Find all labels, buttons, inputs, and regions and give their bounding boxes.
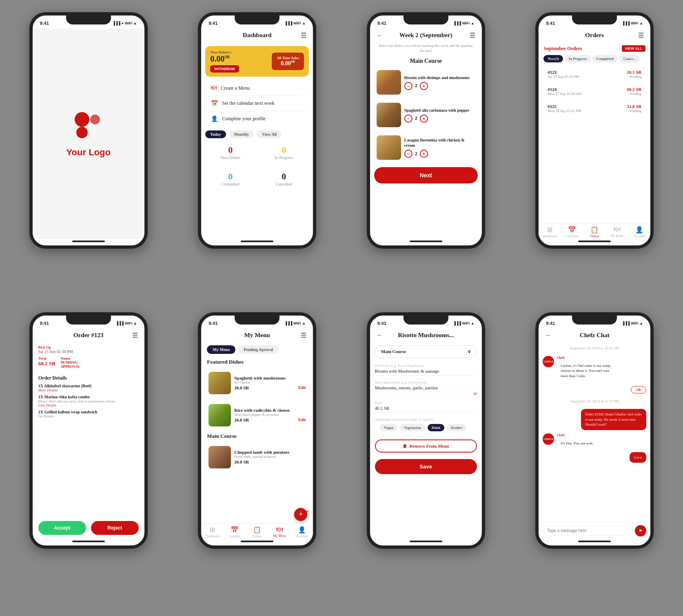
status-time: 9:41 bbox=[377, 21, 386, 26]
tag-kosher[interactable]: Kosher bbox=[447, 424, 466, 431]
menu-icon[interactable]: ☰ bbox=[301, 331, 306, 339]
price-value[interactable]: 40.2 SR bbox=[375, 406, 477, 413]
dish-carbonara-image bbox=[377, 103, 401, 127]
decrement-lasagna[interactable]: − bbox=[404, 150, 412, 158]
arrow-icon: › bbox=[302, 86, 303, 91]
next-button[interactable]: Next bbox=[374, 167, 478, 183]
remove-from-menu-button[interactable]: 🗑 Remove From Menu bbox=[375, 439, 477, 453]
phone-my-menu: 9:41 ▐▐▐ WiFi ▲ My Menu ☰ My Menu Pendin… bbox=[198, 312, 316, 549]
nav-my-menu[interactable]: 🍽 My Menu bbox=[268, 526, 291, 538]
spaghetti-edit[interactable]: Edit bbox=[298, 385, 306, 390]
tab-cancelled[interactable]: Cance... bbox=[619, 55, 640, 62]
category-dropdown[interactable]: Main Course ∨ bbox=[375, 345, 477, 358]
item-2-less[interactable]: Less Details bbox=[38, 403, 139, 407]
ok-button[interactable]: Ok bbox=[631, 386, 646, 393]
increment-lasagna[interactable]: + bbox=[420, 150, 428, 158]
balance-card: Your Balance 0.00SR WITHDRAW All Time Sa… bbox=[205, 46, 309, 77]
orders-nav-label: Orders bbox=[590, 234, 599, 238]
tab-monthly[interactable]: Monthly bbox=[229, 130, 254, 138]
ingredients-value[interactable]: Mushrooms, onions, garlic, parsley bbox=[375, 385, 477, 392]
tab-pending-approval[interactable]: Pending Aproval bbox=[238, 345, 279, 354]
menu-icon[interactable]: ☰ bbox=[638, 31, 644, 39]
my-menu-icon: 🍽 bbox=[276, 526, 283, 533]
back-icon[interactable]: ← bbox=[377, 32, 383, 39]
reject-button[interactable]: Reject bbox=[91, 521, 139, 535]
decrement-risotto[interactable]: − bbox=[404, 82, 412, 90]
calendar-menu-item[interactable]: 📅 Set the calendar next week › bbox=[205, 96, 309, 111]
dish-risotto: Risotto with shrimps and mushrooms − 2 + bbox=[374, 68, 478, 97]
lamb-image bbox=[208, 446, 231, 468]
nav-orders[interactable]: 📋 Orders bbox=[246, 526, 268, 538]
dish-title-group: Dish Title (e.g. Pizza Margherita) Risot… bbox=[375, 364, 477, 375]
chat-input[interactable] bbox=[543, 525, 632, 536]
tag-vegan[interactable]: Vegan bbox=[380, 424, 398, 431]
status-item: Status PENDINGAPPROVAL bbox=[60, 356, 80, 369]
decrement-carbonara[interactable]: − bbox=[404, 115, 412, 123]
nav-account[interactable]: 👤 Account bbox=[290, 526, 313, 538]
dashboard-icon: ⊞ bbox=[210, 526, 215, 534]
tab-today[interactable]: Today bbox=[205, 130, 226, 138]
nav-dashboard[interactable]: ⊞ Dashboard bbox=[539, 226, 561, 238]
chefz-msg-1: CHEFZ Chefz Carline, if Chef order is no… bbox=[543, 356, 646, 382]
nav-calendar[interactable]: 📅 Calendar bbox=[224, 526, 246, 538]
lamb-price: 26.0 SR bbox=[234, 459, 249, 464]
tab-in-progress[interactable]: In Progress bbox=[565, 55, 591, 62]
menu-icon[interactable]: ☰ bbox=[470, 31, 475, 39]
spaghetti-image bbox=[208, 372, 231, 394]
accept-button[interactable]: Accept bbox=[38, 521, 86, 535]
order-125[interactable]: #125 Mon 28 Sep 05:45 PM 33.8 SR Pending bbox=[543, 101, 646, 116]
balance-left: Your Balance 0.00SR WITHDRAW bbox=[210, 50, 239, 73]
order-125-left: #125 Mon 28 Sep 05:45 PM bbox=[548, 104, 581, 113]
increment-risotto[interactable]: + bbox=[420, 82, 428, 90]
add-new-button[interactable]: + bbox=[294, 508, 307, 521]
in-progress-label: In Progress bbox=[263, 155, 305, 160]
order-123[interactable]: #123 Sat 25 Sep 02:30 PM 20.5 SR Pending bbox=[543, 66, 646, 82]
profile-menu-item[interactable]: 👤 Complete your profile › bbox=[205, 111, 309, 126]
withdraw-button[interactable]: WITHDRAW bbox=[210, 65, 239, 73]
stat-in-progress: 0 In Progress bbox=[259, 141, 309, 164]
send-button[interactable]: ➤ bbox=[635, 525, 646, 537]
home-indicator bbox=[241, 541, 273, 542]
total-label: Total bbox=[38, 356, 56, 360]
tab-completed[interactable]: Completed bbox=[592, 55, 618, 62]
menu-icon[interactable]: ☰ bbox=[132, 331, 138, 339]
nav-orders[interactable]: 📋 Orders bbox=[583, 226, 606, 238]
item-2-note: Please don't add any spicy and no parman… bbox=[38, 399, 139, 403]
rice-edit[interactable]: Edit bbox=[298, 417, 306, 422]
detail-item-2: 1X Marina chkn kofta combo Please don't … bbox=[38, 395, 139, 407]
back-icon[interactable]: ← bbox=[545, 331, 552, 339]
items-nav-label: My Items bbox=[611, 234, 623, 238]
phone-order-detail: 9:41 ▐▐▐ WiFi ▲ Order #123 ☰ Pick Up Sat… bbox=[29, 312, 148, 549]
dish-lasagna-name: Lasagna fiorentina with chicken & cream bbox=[404, 137, 475, 148]
logo-graphic bbox=[72, 110, 105, 142]
stat-new-orders: 0 New Orders bbox=[205, 141, 255, 164]
tag-vegetarian[interactable]: Vegetarian bbox=[400, 424, 425, 431]
tab-my-menu[interactable]: My Menu bbox=[207, 345, 235, 354]
home-indicator bbox=[578, 541, 611, 542]
my-menu-header: My Menu ☰ bbox=[201, 329, 313, 342]
tab-view-all[interactable]: View All bbox=[257, 130, 282, 138]
chefz-bubble-2: It's fine. You can wait. bbox=[557, 438, 597, 449]
save-button[interactable]: Save bbox=[375, 459, 477, 474]
dish-risotto-info: Risotto with shrimps and mushrooms − 2 + bbox=[404, 75, 475, 90]
svg-point-0 bbox=[75, 112, 89, 127]
orders-title: Orders bbox=[585, 32, 604, 39]
back-icon[interactable]: ← bbox=[377, 331, 383, 339]
dashboard-icon: ⊞ bbox=[547, 226, 552, 234]
nav-calendar[interactable]: 📅 Calendar bbox=[561, 226, 583, 238]
view-all-button[interactable]: VIEW ALL bbox=[622, 45, 646, 52]
phone-week: 9:41 ▐▐▐ WiFi ▲ ← Week 2 (September) ☰ S… bbox=[367, 12, 485, 249]
nav-items[interactable]: 🍽 My Items bbox=[606, 226, 628, 238]
order-125-amount: 33.8 SR bbox=[627, 104, 641, 109]
item-1-more[interactable]: More Details bbox=[38, 388, 139, 392]
tab-new[interactable]: New(3) bbox=[543, 55, 563, 62]
tag-halal[interactable]: Halal bbox=[428, 424, 444, 431]
dish-title-value[interactable]: Risotto with Mushrooms & sausage bbox=[375, 369, 477, 375]
status-icons: ▐▐▐ WiFi ▲ bbox=[453, 321, 475, 325]
nav-dashboard[interactable]: ⊞ Dashboard bbox=[201, 526, 224, 538]
order-124[interactable]: #124 Mon 27 Sep 10:30 AM 60.2 SR Pending bbox=[543, 84, 646, 99]
increment-carbonara[interactable]: + bbox=[420, 115, 428, 123]
menu-icon[interactable]: ☰ bbox=[301, 31, 306, 39]
create-menu-item[interactable]: 🍽 Create a Menu › bbox=[205, 81, 309, 96]
nav-account[interactable]: 👤 Account bbox=[628, 226, 650, 238]
